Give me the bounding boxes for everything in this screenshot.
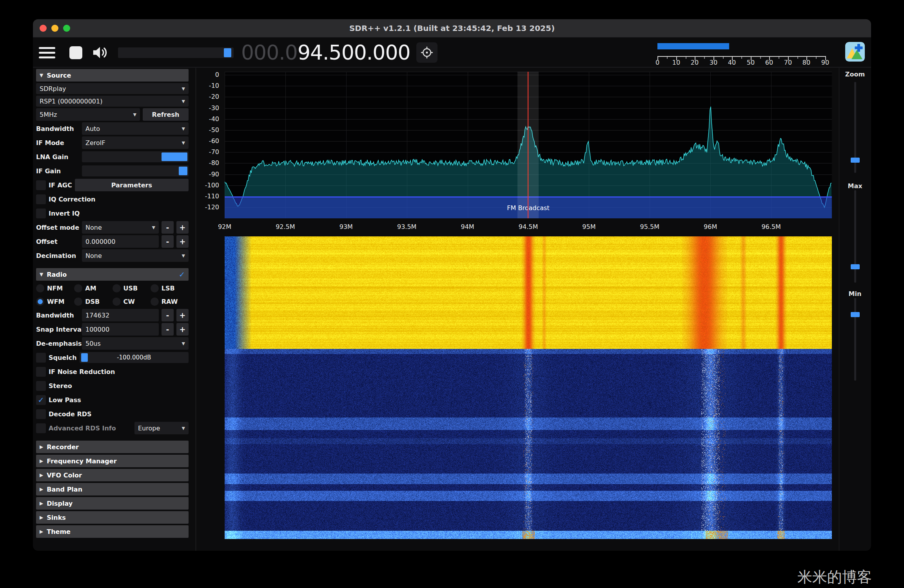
decimation-select[interactable]: None ▼	[82, 249, 189, 262]
db-axis-label: 0	[197, 71, 219, 78]
stereo-checkbox[interactable]	[36, 381, 46, 391]
offset-mode-plus-button[interactable]: +	[176, 221, 189, 234]
max-slider-handle[interactable]	[851, 264, 860, 269]
collapse-open-icon: ▼	[40, 73, 43, 78]
samplerate-select[interactable]: 5MHz ▼	[36, 108, 140, 121]
combo-value: 5MHz	[40, 111, 131, 118]
snap-interval-input[interactable]: 100000	[82, 323, 159, 336]
section-header-vfo-color[interactable]: ▶ VFO Color	[36, 469, 189, 481]
lna-gain-slider[interactable]	[82, 151, 189, 162]
offset-minus-button[interactable]: -	[162, 235, 174, 248]
squelch-slider[interactable]: -100.000dB	[80, 352, 189, 363]
mode-radio-wfm[interactable]: WFM	[36, 298, 74, 306]
slider-handle[interactable]	[162, 152, 187, 161]
volume-slider[interactable]	[118, 47, 234, 58]
snap-minus-button[interactable]: -	[162, 323, 174, 336]
offset-mode-minus-button[interactable]: -	[162, 221, 174, 234]
invert-iq-checkbox[interactable]	[36, 209, 46, 218]
collapse-closed-icon: ▶	[40, 515, 43, 520]
bandwidth-minus-button[interactable]: -	[162, 309, 174, 321]
db-axis-label: -90	[197, 171, 219, 178]
snr-scale-label: 30	[710, 59, 717, 66]
section-header-display[interactable]: ▶ Display	[36, 497, 189, 510]
section-header-sinks[interactable]: ▶ Sinks	[36, 511, 189, 524]
module-enabled-check-icon[interactable]: ✓	[179, 270, 185, 279]
speaker-icon	[91, 44, 109, 62]
min-slider-handle[interactable]	[851, 312, 860, 317]
offset-plus-button[interactable]: +	[176, 235, 189, 248]
db-axis-label: -50	[197, 126, 219, 134]
squelch-checkbox[interactable]	[36, 353, 46, 363]
db-axis: 0 -10 -20 -30 -40 -50 -60 -70 -80 -90 -1…	[196, 72, 221, 218]
maximize-button[interactable]	[63, 25, 70, 32]
section-header-theme[interactable]: ▶ Theme	[36, 525, 189, 538]
offset-mode-select[interactable]: None ▼	[82, 221, 159, 234]
offset-input[interactable]: 0.000000	[82, 235, 159, 248]
combo-value: None	[85, 224, 150, 231]
if-gain-slider[interactable]	[82, 165, 189, 176]
bandwidth-select[interactable]: Auto ▼	[82, 122, 189, 135]
if-noise-reduction-checkbox[interactable]	[36, 367, 46, 377]
deemphasis-select[interactable]: 50us ▼	[82, 337, 189, 350]
chevron-down-icon: ▼	[182, 426, 185, 431]
bandwidth-plus-button[interactable]: +	[176, 309, 189, 321]
low-pass-checkbox[interactable]: ✓	[36, 395, 46, 405]
freq-axis-label: 96.5M	[761, 223, 781, 230]
collapse-closed-icon: ▶	[40, 529, 43, 534]
snap-plus-button[interactable]: +	[176, 323, 189, 336]
advanced-rds-checkbox[interactable]	[36, 423, 46, 433]
section-header-recorder[interactable]: ▶ Recorder	[36, 441, 189, 453]
freq-axis-label: 94M	[461, 223, 474, 230]
snr-scale-label: 60	[765, 59, 773, 66]
volume-button[interactable]	[89, 43, 111, 62]
window-title: SDR++ v1.2.1 (Built at 23:45:42, Feb 13 …	[349, 24, 555, 33]
iq-correction-checkbox[interactable]	[36, 194, 46, 204]
freq-axis-label: 95.5M	[640, 223, 659, 230]
display-settings-button[interactable]	[845, 42, 865, 62]
radio-bandwidth-input[interactable]: 174632	[82, 309, 159, 321]
titlebar: SDR++ v1.2.1 (Built at 23:45:42, Feb 13 …	[33, 19, 871, 38]
close-button[interactable]	[40, 25, 47, 32]
menu-button[interactable]	[36, 43, 58, 62]
section-header-frequency-manager[interactable]: ▶ Frequency Manager	[36, 455, 189, 467]
section-header-source[interactable]: ▼ Source	[36, 69, 189, 82]
mode-radio-dsb[interactable]: DSB	[74, 298, 112, 306]
mode-radio-usb[interactable]: USB	[113, 284, 151, 292]
if-agc-checkbox[interactable]	[36, 180, 46, 190]
offset-mode-label: Offset mode	[36, 224, 79, 231]
mode-radio-raw[interactable]: RAW	[151, 298, 189, 306]
advanced-rds-label: Advanced RDS Info	[49, 425, 116, 432]
mode-radio-am[interactable]: AM	[74, 284, 112, 292]
section-header-radio[interactable]: ▼ Radio ✓	[36, 268, 189, 281]
parameters-button[interactable]: Parameters	[75, 179, 189, 191]
volume-slider-handle[interactable]	[224, 48, 231, 57]
decode-rds-checkbox[interactable]	[36, 409, 46, 419]
waterfall-canvas[interactable]	[225, 236, 832, 539]
spectrum-plot[interactable]: FM Broadcast	[225, 72, 832, 218]
frequency-display[interactable]: 000.094.500.000	[241, 38, 410, 67]
mode-radio-cw[interactable]: CW	[113, 298, 151, 306]
snr-scale-label: 40	[728, 59, 736, 66]
section-header-band-plan[interactable]: ▶ Band Plan	[36, 483, 189, 495]
rds-region-select[interactable]: Europe ▼	[134, 422, 189, 434]
collapse-closed-icon: ▶	[40, 458, 43, 464]
min-slider[interactable]	[854, 298, 856, 381]
mode-radio-nfm[interactable]: NFM	[36, 284, 74, 292]
refresh-button[interactable]: Refresh	[143, 108, 189, 121]
combo-value: None	[85, 252, 180, 260]
frequency-value: 94.500.000	[298, 41, 410, 64]
collapse-open-icon: ▼	[40, 272, 43, 277]
stop-button[interactable]	[66, 43, 85, 62]
if-mode-select[interactable]: ZeroIF ▼	[82, 136, 189, 149]
squelch-value: -100.000dB	[80, 352, 189, 363]
zoom-label: Zoom	[839, 71, 871, 78]
source-driver-select[interactable]: SDRplay ▼	[36, 83, 189, 94]
vfo-center-line	[528, 72, 528, 218]
slider-handle[interactable]	[179, 167, 187, 175]
tuning-mode-button[interactable]	[416, 42, 437, 63]
minimize-button[interactable]	[51, 25, 58, 32]
source-device-select[interactable]: RSP1 (0000000001) ▼	[36, 96, 189, 107]
mode-radio-lsb[interactable]: LSB	[151, 284, 189, 292]
tuner-icon	[420, 45, 434, 60]
zoom-slider-handle[interactable]	[851, 158, 860, 163]
